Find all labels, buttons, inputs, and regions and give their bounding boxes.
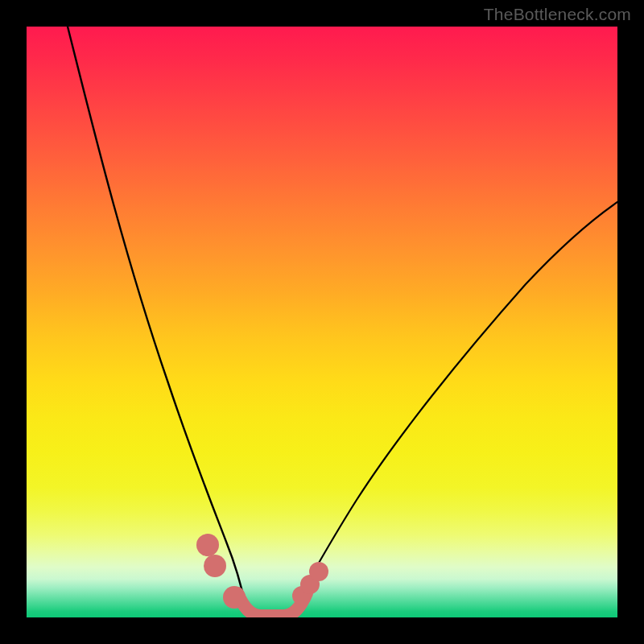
right-curve [294,202,617,606]
chart-frame: TheBottleneck.com [0,0,644,644]
marker-dot [309,562,328,581]
left-curve [68,27,246,606]
marker-dot [196,534,219,556]
marker-dot [204,555,226,577]
curve-layer [27,27,617,617]
plot-area [27,27,617,617]
watermark-label: TheBottleneck.com [484,5,631,24]
marker-dot [223,586,246,609]
